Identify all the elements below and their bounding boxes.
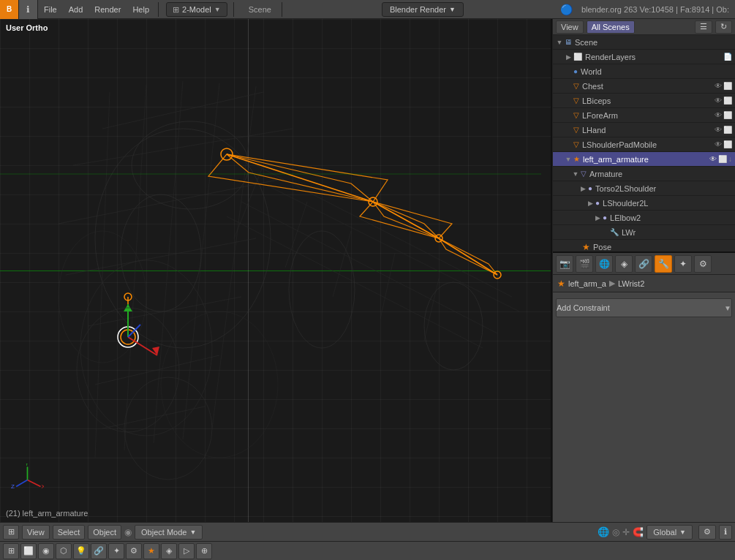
svg-line-24: [234, 165, 263, 238]
breadcrumb-arrow: ▶: [609, 279, 615, 288]
view-menu[interactable]: View: [22, 525, 50, 540]
render-engine-selector[interactable]: Blender Render ▼: [382, 2, 464, 17]
props-icon-modifier[interactable]: 🔧: [655, 255, 672, 273]
props-icon-world[interactable]: 🌐: [595, 255, 613, 273]
add-constraint-button[interactable]: Add Constraint ▼: [556, 298, 732, 317]
props-icon-object[interactable]: ◈: [615, 255, 633, 273]
props-icon-constraints[interactable]: 🔗: [635, 255, 652, 273]
bi-btn12[interactable]: ⊕: [196, 543, 212, 559]
menu-add[interactable]: Add: [63, 0, 89, 19]
svg-point-3: [289, 231, 355, 348]
outliner-item-scene[interactable]: ▼ 🖥 Scene: [553, 35, 735, 50]
outliner-all-scenes-btn[interactable]: All Scenes: [587, 20, 635, 34]
svg-line-23: [227, 216, 483, 348]
info-icon: ℹ: [19, 0, 38, 19]
svg-line-29: [227, 154, 373, 202]
svg-point-2: [121, 194, 201, 311]
svg-line-25: [285, 202, 307, 268]
bi-btn10[interactable]: ◈: [161, 543, 177, 559]
bi-btn7[interactable]: ✦: [108, 543, 124, 559]
svg-point-4: [424, 282, 483, 370]
bi-btn11[interactable]: ▷: [178, 543, 195, 559]
props-icon-physics[interactable]: ⚙: [694, 255, 712, 273]
viewport-icon[interactable]: ⊞: [3, 525, 19, 540]
outliner-item-torso2lshoulder[interactable]: ▶ ● Torso2LShoulder: [553, 181, 735, 196]
outliner-item-armature[interactable]: ▼ ▽ Armature: [553, 167, 735, 181]
viewport-info-btn[interactable]: ℹ: [719, 525, 732, 540]
pivot-icon: ◎: [612, 527, 619, 537]
svg-line-18: [183, 83, 219, 439]
svg-line-26: [333, 231, 351, 297]
outliner-filter-icon[interactable]: ☰: [695, 20, 712, 34]
bi-btn6[interactable]: 🔗: [91, 543, 107, 559]
outliner-item-pose[interactable]: ★ Pose: [553, 240, 735, 253]
svg-line-19: [212, 86, 256, 428]
svg-point-1: [132, 121, 249, 209]
add-constraint-label: Add Constraint: [557, 303, 610, 312]
axis-gizmo: X Y Z: [11, 463, 44, 496]
svg-point-0: [95, 129, 271, 348]
svg-line-15: [95, 92, 110, 458]
breadcrumb-part2: LWrist2: [618, 279, 644, 288]
outliner-item-left-arm-armature[interactable]: ▼ ★ left_arm_armature 👁 ⬜ ↓: [553, 152, 735, 167]
menu-file[interactable]: File: [38, 0, 63, 19]
outliner-item-lforearm[interactable]: ▶ ▽ LForeArm 👁 ⬜: [553, 108, 735, 123]
svg-point-7: [161, 311, 278, 458]
props-icon-render[interactable]: 📷: [556, 255, 573, 273]
snap-icon: 🧲: [633, 527, 644, 537]
menu-render[interactable]: Render: [88, 0, 127, 19]
bi-btn3[interactable]: ◉: [38, 543, 54, 559]
outliner-item-lshoulderpad[interactable]: ▶ ▽ LShoulderPadMobile 👁 ⬜: [553, 137, 735, 152]
mode-selector[interactable]: Object Mode ▼: [135, 525, 203, 540]
outliner-item-lelbow2[interactable]: ▶ ● LElbow2: [553, 211, 735, 225]
bi-toggle-btn[interactable]: ⊞: [3, 543, 19, 559]
svg-line-31: [439, 238, 497, 275]
viewport-3d[interactable]: User Ortho: [0, 19, 552, 522]
svg-line-53: [28, 480, 41, 487]
outliner-item-chest[interactable]: ▶ ▽ Chest 👁 ⬜: [553, 79, 735, 94]
breadcrumb-part1: left_arm_a: [568, 279, 606, 288]
outliner-sync-icon[interactable]: ↻: [715, 20, 732, 34]
svg-line-17: [154, 81, 183, 443]
top-menu-bar: B ℹ File Add Render Help ⊞ 2-Model ▼ Sce…: [0, 0, 735, 19]
props-icon-particles[interactable]: ✦: [674, 255, 692, 273]
viewport-props-btn[interactable]: ⚙: [698, 525, 716, 540]
outliner-item-world[interactable]: ▶ ● World: [553, 64, 735, 79]
global-chevron: ▼: [679, 529, 686, 536]
outliner: View All Scenes ☰ ↻ ▼ 🖥 Scene ▶ ⬜ Render…: [553, 19, 735, 253]
outliner-item-lwr[interactable]: ▶ 🔧 LWr: [553, 225, 735, 240]
object-menu[interactable]: Object: [88, 525, 121, 540]
properties-panel: 📷 🎬 🌐 ◈ 🔗 🔧 ✦ ⚙ ★ left_arm_a ▶ LWrist2 A…: [553, 253, 735, 522]
svg-text:Y: Y: [25, 463, 29, 467]
bi-btn8[interactable]: ⚙: [126, 543, 142, 559]
globe-icon: 🌐: [598, 526, 609, 537]
select-menu[interactable]: Select: [53, 525, 86, 540]
global-selector[interactable]: Global ▼: [647, 525, 693, 540]
menu-help[interactable]: Help: [127, 0, 155, 19]
properties-icons-row: 📷 🎬 🌐 ◈ 🔗 🔧 ✦ ⚙: [553, 253, 735, 275]
mode-chevron: ▼: [189, 529, 196, 536]
bi-btn5[interactable]: 💡: [73, 543, 89, 559]
bi-btn2[interactable]: ⬜: [20, 543, 37, 559]
bottom-icon-bar: ⊞ ⬜ ◉ ⬡ 💡 🔗 ✦ ⚙ ★ ◈ ▷ ⊕: [0, 541, 735, 560]
outliner-item-lshoulder2l[interactable]: ▶ ● LShoulder2L: [553, 196, 735, 211]
outliner-item-lhand[interactable]: ▶ ▽ LHand 👁 ⬜: [553, 123, 735, 137]
svg-line-27: [380, 253, 395, 319]
workspace-selector[interactable]: ⊞ 2-Model ▼: [166, 2, 227, 17]
constraint-area: Add Constraint ▼: [553, 292, 735, 522]
svg-line-13: [95, 355, 219, 385]
blender-icon: B: [0, 0, 19, 19]
bi-armature-btn[interactable]: ★: [143, 543, 159, 559]
svg-line-22: [241, 202, 497, 333]
outliner-item-renderlayers[interactable]: ▶ ⬜ RenderLayers 📄: [553, 50, 735, 64]
scene-label: Scene: [241, 5, 279, 14]
svg-line-57: [16, 480, 27, 487]
add-constraint-chevron: ▼: [724, 304, 731, 312]
props-icon-scene[interactable]: 🎬: [576, 255, 593, 273]
viewport-status: (21) left_arm_armature: [6, 509, 88, 518]
svg-line-21: [271, 187, 519, 311]
object-icon: ◉: [124, 527, 132, 537]
bi-btn4[interactable]: ⬡: [56, 543, 72, 559]
outliner-item-lbiceps[interactable]: ▶ ▽ LBiceps 👁 ⬜: [553, 94, 735, 108]
outliner-view-btn[interactable]: View: [556, 20, 584, 34]
